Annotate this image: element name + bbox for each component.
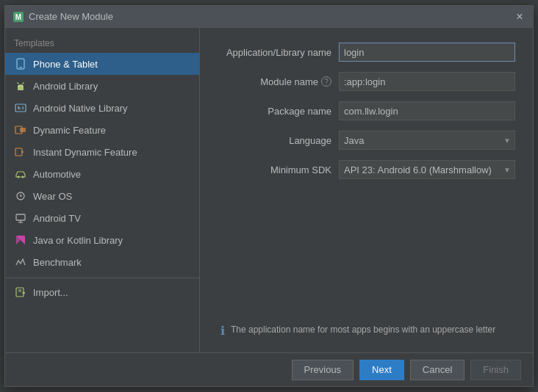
min-sdk-select-wrapper: API 23: Android 6.0 (Marshmallow) API 21…	[339, 160, 515, 179]
dialog-title: Create New Module	[29, 11, 113, 22]
sidebar: Templates Phone & Tablet Android Library	[5, 28, 200, 352]
language-select[interactable]: Java Kotlin	[339, 131, 515, 150]
svg-rect-3	[19, 67, 22, 68]
module-name-label: Module name	[260, 76, 318, 87]
svg-rect-14	[15, 148, 22, 156]
svg-point-4	[18, 85, 20, 87]
sidebar-item-instant-dynamic-label: Instant Dynamic Feature	[33, 147, 137, 158]
cancel-button[interactable]: Cancel	[410, 360, 465, 380]
svg-point-16	[18, 176, 20, 178]
tv-icon	[14, 211, 27, 225]
finish-button[interactable]: Finish	[470, 360, 521, 380]
native-icon	[14, 101, 27, 115]
language-select-wrapper: Java Kotlin ▼	[339, 131, 515, 150]
templates-label: Templates	[5, 35, 199, 53]
module-name-row: Module name ?	[218, 72, 515, 91]
sidebar-item-android-library[interactable]: Android Library	[5, 75, 199, 97]
svg-marker-32	[24, 291, 25, 294]
svg-rect-13	[20, 128, 26, 132]
package-name-label: Package name	[218, 106, 331, 117]
phone-icon	[14, 57, 27, 70]
min-sdk-label: Minimum SDK	[218, 164, 331, 175]
module-name-input[interactable]	[339, 72, 515, 91]
sidebar-item-wear-os-label: Wear OS	[33, 191, 72, 202]
sidebar-item-java-kotlin[interactable]: Java or Kotlin Library	[5, 229, 199, 251]
footer: Previous Next Cancel Finish	[5, 352, 533, 386]
sidebar-item-automotive-label: Automotive	[33, 169, 81, 180]
dynamic-icon	[14, 123, 27, 137]
module-name-label-container: Module name ?	[218, 76, 331, 87]
package-name-row: Package name	[218, 101, 515, 120]
svg-rect-22	[16, 214, 25, 220]
svg-marker-15	[21, 151, 25, 153]
sidebar-item-android-native-label: Android Native Library	[33, 103, 128, 114]
package-name-input[interactable]	[339, 101, 515, 120]
svg-line-7	[23, 83, 24, 84]
sidebar-item-wear-os[interactable]: Wear OS	[5, 185, 199, 207]
create-module-dialog: M Create New Module × Templates Phone & …	[4, 5, 534, 387]
sidebar-item-import-label: Import...	[33, 287, 68, 298]
title-bar-left: M Create New Module	[12, 11, 113, 23]
sidebar-item-import[interactable]: Import...	[5, 281, 199, 303]
dialog-icon: M	[12, 11, 24, 23]
svg-line-6	[18, 83, 19, 84]
kotlin-icon	[14, 233, 27, 247]
sidebar-item-android-library-label: Android Library	[33, 81, 98, 92]
sidebar-item-java-kotlin-label: Java or Kotlin Library	[33, 235, 123, 246]
sidebar-item-phone-tablet[interactable]: Phone & Tablet	[5, 53, 199, 75]
title-bar: M Create New Module ×	[5, 6, 533, 28]
previous-button[interactable]: Previous	[292, 360, 354, 380]
language-label: Language	[218, 135, 331, 146]
info-box: ℹ The application name for most apps beg…	[218, 323, 515, 338]
sidebar-item-benchmark-label: Benchmark	[33, 257, 82, 268]
module-name-help-icon[interactable]: ?	[321, 76, 331, 87]
svg-text:M: M	[15, 13, 21, 21]
language-row: Language Java Kotlin ▼	[218, 131, 515, 150]
sidebar-item-android-native[interactable]: Android Native Library	[5, 97, 199, 119]
app-name-row: Application/Library name	[218, 43, 515, 62]
sidebar-item-instant-dynamic[interactable]: Instant Dynamic Feature	[5, 141, 199, 163]
wear-icon	[14, 189, 27, 203]
info-icon: ℹ	[220, 324, 225, 338]
next-button[interactable]: Next	[359, 360, 404, 380]
sidebar-item-dynamic-feature[interactable]: Dynamic Feature	[5, 119, 199, 141]
close-button[interactable]: ×	[514, 11, 526, 23]
info-text: The application name for most apps begin…	[231, 323, 495, 336]
sidebar-item-automotive[interactable]: Automotive	[5, 163, 199, 185]
main-panel: Application/Library name Module name ? P…	[200, 28, 533, 352]
bench-icon	[14, 255, 27, 269]
app-name-label: Application/Library name	[218, 47, 331, 58]
svg-point-17	[22, 176, 24, 178]
sidebar-item-android-tv[interactable]: Android TV	[5, 207, 199, 229]
instant-icon	[14, 145, 27, 159]
app-name-input[interactable]	[339, 43, 515, 62]
sidebar-item-phone-tablet-label: Phone & Tablet	[33, 59, 98, 70]
android-icon	[14, 79, 27, 92]
min-sdk-select[interactable]: API 23: Android 6.0 (Marshmallow) API 21…	[339, 160, 515, 179]
sidebar-item-benchmark[interactable]: Benchmark	[5, 251, 199, 273]
svg-rect-8	[15, 104, 26, 112]
auto-icon	[14, 167, 27, 181]
sidebar-item-android-tv-label: Android TV	[33, 213, 81, 224]
sidebar-item-dynamic-feature-label: Dynamic Feature	[33, 125, 106, 136]
import-icon	[14, 286, 27, 299]
content-area: Templates Phone & Tablet Android Library	[5, 28, 533, 352]
min-sdk-row: Minimum SDK API 23: Android 6.0 (Marshma…	[218, 160, 515, 179]
svg-point-5	[21, 85, 23, 87]
svg-rect-28	[16, 288, 24, 297]
